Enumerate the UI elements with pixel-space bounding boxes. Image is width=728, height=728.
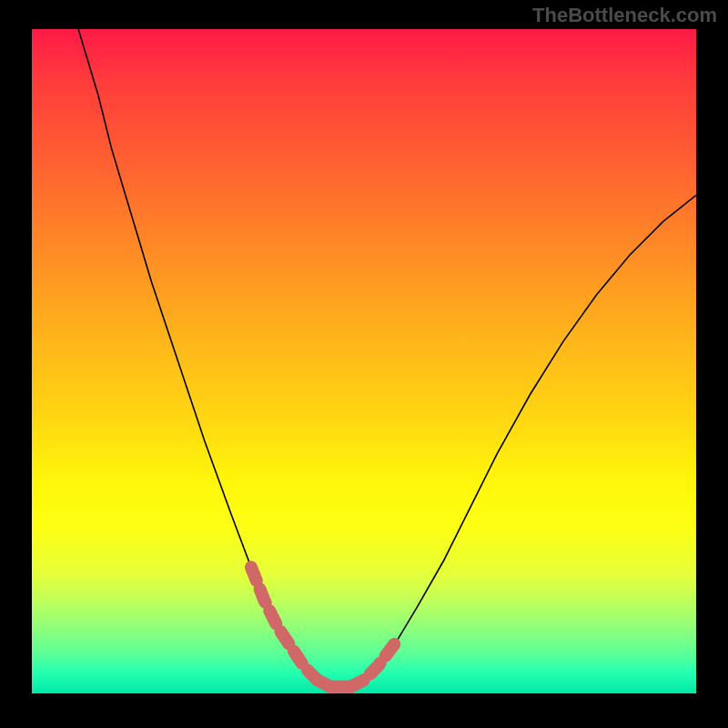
highlight-left (251, 567, 318, 680)
plot-area (32, 29, 696, 693)
watermark-text: TheBottleneck.com (532, 4, 717, 27)
bottleneck-curve (78, 29, 696, 687)
highlight-right (350, 641, 397, 687)
chart-svg (32, 29, 696, 693)
